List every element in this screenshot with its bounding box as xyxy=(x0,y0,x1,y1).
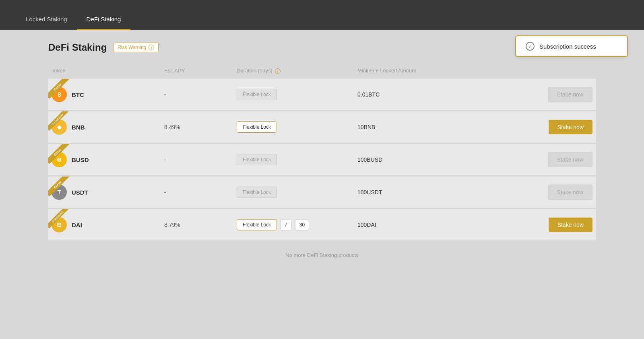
apy-busd: - xyxy=(161,156,233,163)
ribbon-btc: Curve xyxy=(48,79,72,103)
ribbon-text-busd: Curve xyxy=(48,144,69,164)
ribbon-text-usdt: Curve xyxy=(48,177,69,197)
top-nav: Locked Staking DeFi Staking xyxy=(0,0,644,30)
risk-warning-button[interactable]: Risk Warning i xyxy=(113,43,159,52)
min-amount-bnb: 10BNB xyxy=(354,124,531,130)
token-name-busd: BUSD xyxy=(72,156,89,163)
action-busd: Stake now xyxy=(531,152,596,167)
apy-usdt: - xyxy=(161,189,233,195)
action-bnb: Stake now xyxy=(531,120,596,134)
table-row: Curve ⊜ BUSD - Flexible Lock 100BUSD Sta… xyxy=(48,144,596,176)
duration-dai: Flexible Lock 7 30 xyxy=(233,219,354,230)
token-name-bnb: BNB xyxy=(72,124,85,131)
header-est-apy: Est. APY xyxy=(161,68,233,74)
token-cell-btc: Curve ₿ BTC xyxy=(48,87,161,102)
duration-usdt: Flexible Lock xyxy=(233,187,354,198)
header-duration: Duration (days) i xyxy=(233,68,354,74)
page-title: DeFi Staking xyxy=(48,42,107,53)
flexible-lock-btn-usdt[interactable]: Flexible Lock xyxy=(237,187,277,198)
duration-bnb: Flexible Lock xyxy=(233,121,354,133)
table-row: Curve ₿ BTC - Flexible Lock 0.01BTC Stak… xyxy=(48,79,596,111)
table-header: Token Est. APY Duration (days) i Minimum… xyxy=(48,64,596,79)
action-btc: Stake now xyxy=(531,87,596,102)
token-cell-bnb: KyusCurve ◆ BNB xyxy=(48,119,161,135)
page-title-row: DeFi Staking Risk Warning i xyxy=(48,42,596,53)
toast-message: Subscription success xyxy=(539,43,596,50)
header-min-locked: Minimum Locked Amount xyxy=(354,68,531,74)
min-amount-dai: 100DAI xyxy=(354,222,531,228)
min-amount-busd: 100BUSD xyxy=(354,156,531,163)
main-content: DeFi Staking Risk Warning i Token Est. A… xyxy=(0,30,644,274)
table-row: Compound ⊟ DAI 8.79% Flexible Lock 7 30 … xyxy=(48,209,596,241)
tab-locked-staking[interactable]: Locked Staking xyxy=(16,9,77,30)
ribbon-usdt: Curve xyxy=(48,177,72,201)
token-name-btc: BTC xyxy=(72,91,84,98)
apy-bnb: 8.49% xyxy=(161,124,233,130)
apy-btc: - xyxy=(161,91,233,98)
token-cell-busd: Curve ⊜ BUSD xyxy=(48,152,161,167)
success-icon: ✓ xyxy=(526,42,535,51)
token-cell-usdt: Curve T USDT xyxy=(48,185,161,200)
flexible-lock-btn-btc[interactable]: Flexible Lock xyxy=(237,89,277,100)
duration-btc: Flexible Lock xyxy=(233,89,354,100)
token-name-dai: DAI xyxy=(72,222,82,228)
flexible-lock-btn-bnb[interactable]: Flexible Lock xyxy=(237,121,277,133)
subscription-toast: ✓ Subscription success xyxy=(515,35,628,57)
flexible-lock-btn-dai[interactable]: Flexible Lock xyxy=(237,219,277,230)
no-more-label: No more DeFi Staking products xyxy=(48,252,596,258)
token-cell-dai: Compound ⊟ DAI xyxy=(48,217,161,232)
ribbon-text-btc: Curve xyxy=(48,79,69,99)
stake-button-bnb[interactable]: Stake now xyxy=(549,120,592,134)
table-row: Curve T USDT - Flexible Lock 100USDT Sta… xyxy=(48,177,596,208)
duration-info-icon[interactable]: i xyxy=(275,68,281,74)
tab-defi-staking[interactable]: DeFi Staking xyxy=(77,9,131,30)
duration-busd: Flexible Lock xyxy=(233,154,354,165)
stake-button-busd[interactable]: Stake now xyxy=(548,152,592,167)
info-icon: i xyxy=(149,45,154,50)
stake-button-usdt[interactable]: Stake now xyxy=(548,185,592,200)
stake-button-dai[interactable]: Stake now xyxy=(549,218,592,232)
action-usdt: Stake now xyxy=(531,185,596,200)
min-amount-usdt: 100USDT xyxy=(354,189,531,195)
risk-warning-label: Risk Warning xyxy=(118,45,146,50)
header-action xyxy=(531,68,596,74)
flexible-lock-btn-busd[interactable]: Flexible Lock xyxy=(237,154,277,165)
token-name-usdt: USDT xyxy=(72,189,88,196)
header-token: Token xyxy=(48,68,161,74)
ribbon-text-dai: Compound xyxy=(48,209,69,228)
action-dai: Stake now xyxy=(531,218,596,232)
duration-30-btn-dai[interactable]: 30 xyxy=(295,219,309,230)
stake-button-btc[interactable]: Stake now xyxy=(548,87,592,102)
ribbon-text-bnb: KyusCurve xyxy=(48,111,69,131)
table-row: KyusCurve ◆ BNB 8.49% Flexible Lock 10BN… xyxy=(48,111,596,143)
apy-dai: 8.79% xyxy=(161,222,233,228)
duration-7-btn-dai[interactable]: 7 xyxy=(280,219,292,230)
ribbon-busd: Curve xyxy=(48,144,72,168)
ribbon-bnb: KyusCurve xyxy=(48,111,72,136)
min-amount-btc: 0.01BTC xyxy=(354,91,531,98)
ribbon-dai: Compound xyxy=(48,209,72,233)
